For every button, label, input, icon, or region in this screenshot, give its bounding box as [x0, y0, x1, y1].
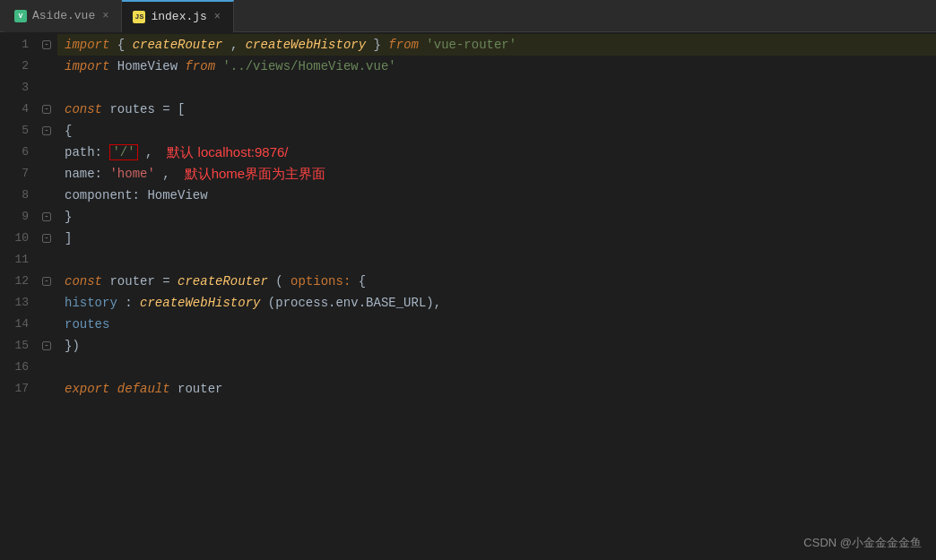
fold-icon-15[interactable]: -: [42, 341, 51, 350]
code-line-8: component: HomeView: [57, 185, 936, 206]
code-line-1: import { createRouter , createWebHistory…: [57, 34, 936, 56]
code-line-15: }): [57, 335, 936, 357]
code-line-6: path: '/' , 默认 localhost:9876/: [57, 142, 936, 163]
annotation-line6: 默认 localhost:9876/: [167, 142, 288, 163]
code-line-3: [57, 77, 936, 99]
tab-label-aside: Aside.vue: [32, 9, 95, 22]
vue-icon: V: [14, 10, 27, 22]
fold-icon-4[interactable]: -: [42, 105, 51, 114]
code-line-9: }: [57, 206, 936, 228]
tabs-bar: V Aside.vue × JS index.js ×: [0, 0, 936, 32]
annotation-line7: 默认home界面为主界面: [185, 163, 326, 185]
js-icon: JS: [133, 11, 145, 23]
watermark: CSDN @小金金金金鱼: [803, 535, 922, 551]
fold-icon-9[interactable]: -: [42, 212, 51, 221]
code-line-2: import HomeView from '../views/HomeView.…: [57, 56, 936, 77]
code-line-16: [57, 357, 936, 378]
tab-label-index: index.js: [151, 10, 206, 23]
editor-window: V Aside.vue × JS index.js × 1 2 3 4 5 6 …: [0, 0, 936, 560]
code-line-17: export default router: [57, 378, 936, 400]
code-line-14: routes: [57, 314, 936, 335]
code-line-4: const routes = [: [57, 99, 936, 120]
code-line-7: name: 'home' , 默认home界面为主界面: [57, 163, 936, 185]
code-line-11: [57, 249, 936, 271]
code-line-12: const router = createRouter ( options: {: [57, 271, 936, 292]
code-line-10: ]: [57, 228, 936, 249]
code-line-5: {: [57, 120, 936, 142]
code-line-13: history : createWebHistory (process.env.…: [57, 292, 936, 314]
fold-icon-5[interactable]: -: [42, 126, 51, 135]
tab-aside-vue[interactable]: V Aside.vue ×: [4, 0, 122, 32]
tab-index-js[interactable]: JS index.js ×: [122, 0, 234, 32]
close-icon-index[interactable]: ×: [212, 11, 222, 23]
close-icon-aside[interactable]: ×: [100, 10, 110, 22]
fold-icon-12[interactable]: -: [42, 277, 51, 286]
fold-icon-10[interactable]: -: [42, 234, 51, 243]
editor-area: 1 2 3 4 5 6 7 8 9 10 11 12 13 14 15 16 1…: [0, 32, 936, 560]
fold-icon-1[interactable]: -: [42, 40, 51, 49]
fold-gutter: - - - - -: [36, 32, 57, 560]
code-container: 1 2 3 4 5 6 7 8 9 10 11 12 13 14 15 16 1…: [0, 32, 936, 560]
line-numbers: 1 2 3 4 5 6 7 8 9 10 11 12 13 14 15 16 1…: [0, 32, 36, 560]
code-content: import { createRouter , createWebHistory…: [57, 32, 936, 560]
